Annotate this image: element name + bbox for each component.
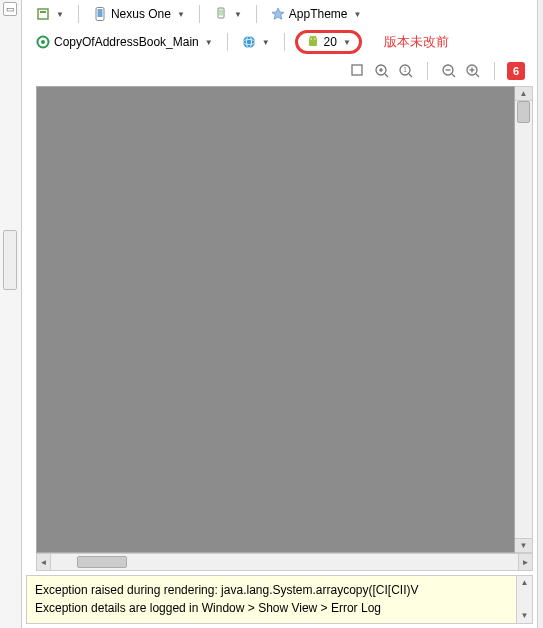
zoom-fit-button[interactable]: [373, 62, 391, 80]
scroll-up-arrow[interactable]: ▲: [515, 87, 532, 101]
separator: [494, 62, 495, 80]
separator: [227, 33, 228, 51]
chevron-down-icon: ▼: [177, 10, 185, 19]
api-label: 20: [324, 35, 337, 49]
collapsed-panel-tab[interactable]: [3, 230, 17, 290]
scroll-right-arrow[interactable]: ►: [518, 554, 532, 570]
chevron-down-icon: ▼: [56, 10, 64, 19]
device-dropdown[interactable]: Nexus One ▼: [89, 6, 189, 22]
annotation-text: 版本未改前: [384, 33, 449, 51]
vertical-scrollbar[interactable]: ▲ ▼: [515, 86, 533, 553]
left-panel-gutter: ▭: [0, 0, 22, 628]
separator: [427, 62, 428, 80]
zoom-out-button[interactable]: [440, 62, 458, 80]
separator: [284, 33, 285, 51]
layout-preview-canvas[interactable]: [36, 86, 515, 553]
orientation-icon: [214, 7, 228, 21]
minimize-left-panel-button[interactable]: ▭: [3, 2, 17, 16]
locale-dropdown[interactable]: ▼: [238, 34, 274, 50]
scroll-left-arrow[interactable]: ◄: [37, 554, 51, 570]
toolbar-row-2: CopyOfAddressBook_Main ▼ ▼ 20 ▼ 版本未改前: [22, 28, 537, 56]
android-icon: [306, 35, 320, 49]
config-label: CopyOfAddressBook_Main: [54, 35, 199, 49]
zoom-100-button[interactable]: 1: [397, 62, 415, 80]
svg-line-28: [476, 74, 479, 77]
scroll-down-arrow[interactable]: ▼: [515, 538, 532, 552]
svg-rect-5: [219, 10, 223, 16]
svg-line-14: [310, 36, 311, 38]
render-error-panel: Exception raised during rendering: java.…: [26, 575, 533, 624]
scrollbar-thumb[interactable]: [77, 556, 127, 568]
api-level-dropdown[interactable]: 20 ▼: [295, 30, 362, 54]
configuration-icon: [36, 35, 50, 49]
phone-icon: [93, 7, 107, 21]
separator: [256, 5, 257, 23]
error-count-badge[interactable]: 6: [507, 62, 525, 80]
error-panel-scrollbar[interactable]: ▲ ▼: [516, 576, 532, 623]
star-icon: [271, 7, 285, 21]
canvas-margin: [26, 86, 36, 553]
error-line-2: Exception details are logged in Window >…: [35, 600, 524, 617]
svg-rect-16: [352, 65, 362, 75]
zoom-in-button[interactable]: [464, 62, 482, 80]
preview-canvas-area: ▲ ▼: [22, 86, 537, 553]
horizontal-scrollbar[interactable]: ◄ ►: [36, 553, 533, 571]
scroll-down-arrow[interactable]: ▼: [517, 609, 532, 623]
svg-point-13: [314, 38, 315, 39]
svg-rect-1: [40, 11, 46, 13]
scroll-up-arrow[interactable]: ▲: [517, 576, 532, 590]
error-line-1: Exception raised during rendering: java.…: [35, 582, 524, 599]
scrollbar-thumb[interactable]: [517, 101, 530, 123]
theme-label: AppTheme: [289, 7, 348, 21]
orientation-dropdown[interactable]: ▼: [210, 6, 246, 22]
separator: [78, 5, 79, 23]
chevron-down-icon: ▼: [234, 10, 242, 19]
chevron-down-icon: ▼: [343, 38, 351, 47]
svg-point-12: [310, 38, 311, 39]
svg-line-15: [315, 36, 316, 38]
svg-rect-0: [38, 9, 48, 19]
chevron-down-icon: ▼: [205, 38, 213, 47]
separator: [199, 5, 200, 23]
svg-rect-3: [97, 9, 102, 17]
toolbar-row-1: ▼ Nexus One ▼ ▼ Ap: [22, 0, 537, 28]
svg-marker-6: [272, 8, 284, 19]
svg-point-8: [41, 40, 45, 44]
layout-icon: [36, 7, 50, 21]
chevron-down-icon: ▼: [354, 10, 362, 19]
zoom-reset-button[interactable]: [349, 62, 367, 80]
svg-text:1: 1: [403, 66, 407, 73]
svg-point-9: [243, 36, 255, 48]
theme-dropdown[interactable]: AppTheme ▼: [267, 6, 366, 22]
device-label: Nexus One: [111, 7, 171, 21]
globe-icon: [242, 35, 256, 49]
svg-line-22: [409, 74, 412, 77]
zoom-toolbar: 1 6: [22, 56, 537, 86]
chevron-down-icon: ▼: [262, 38, 270, 47]
svg-line-18: [385, 74, 388, 77]
layout-mode-dropdown[interactable]: ▼: [32, 6, 68, 22]
svg-line-25: [452, 74, 455, 77]
right-panel-gutter: [537, 0, 543, 628]
configuration-dropdown[interactable]: CopyOfAddressBook_Main ▼: [32, 34, 217, 50]
